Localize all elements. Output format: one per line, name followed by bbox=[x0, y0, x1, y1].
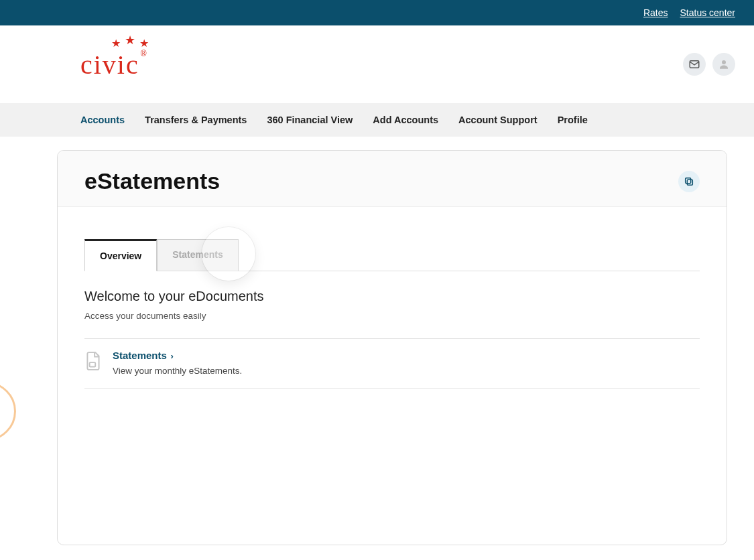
profile-icon[interactable] bbox=[712, 53, 735, 76]
nav-add-accounts[interactable]: Add Accounts bbox=[373, 115, 438, 125]
tab-statements[interactable]: Statements bbox=[157, 239, 238, 271]
welcome-heading: Welcome to your eDocuments bbox=[84, 289, 700, 304]
statements-description: View your monthly eStatements. bbox=[113, 366, 242, 376]
brand-logo[interactable]: ★★★ civic® bbox=[80, 49, 147, 80]
primary-nav: Accounts Transfers & Payments 360 Financ… bbox=[0, 103, 754, 137]
utility-bar: Rates Status center bbox=[0, 0, 754, 25]
tab-overview[interactable]: Overview bbox=[84, 239, 157, 271]
svg-rect-3 bbox=[686, 178, 691, 183]
document-icon bbox=[84, 351, 102, 374]
page-title: eStatements bbox=[84, 168, 220, 194]
rates-link[interactable]: Rates bbox=[643, 7, 668, 18]
nav-360[interactable]: 360 Financial View bbox=[267, 115, 353, 125]
svg-rect-2 bbox=[687, 180, 692, 185]
nav-profile[interactable]: Profile bbox=[558, 115, 588, 125]
site-header: ★★★ civic® bbox=[0, 25, 754, 103]
nav-transfers[interactable]: Transfers & Payments bbox=[145, 115, 247, 125]
statements-link[interactable]: Statements › bbox=[113, 350, 174, 361]
estatements-card: eStatements Overview Statements Welcome … bbox=[57, 150, 727, 545]
svg-rect-4 bbox=[90, 362, 96, 366]
nav-account-support[interactable]: Account Support bbox=[458, 115, 538, 125]
welcome-subtext: Access your documents easily bbox=[84, 311, 700, 321]
svg-point-1 bbox=[722, 60, 726, 64]
statements-row: Statements › View your monthly eStatemen… bbox=[84, 339, 700, 389]
status-center-link[interactable]: Status center bbox=[680, 7, 736, 18]
copy-icon[interactable] bbox=[678, 171, 700, 192]
mail-icon[interactable] bbox=[683, 53, 706, 76]
nav-accounts[interactable]: Accounts bbox=[80, 115, 125, 125]
